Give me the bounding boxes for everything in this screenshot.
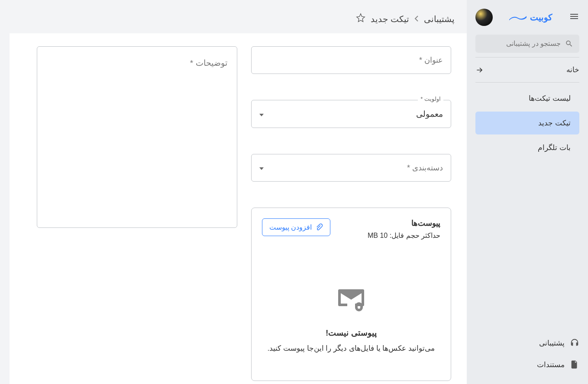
sidebar-header: کوبیت — [467, 9, 588, 35]
category-label: دسته‌بندی * — [407, 163, 443, 173]
priority-label: اولویت * — [418, 96, 443, 102]
breadcrumb-current: تیکت جدید — [371, 14, 409, 24]
add-attachment-button[interactable]: افزودن پیوست — [262, 218, 330, 236]
search-icon — [565, 39, 573, 48]
avatar[interactable] — [475, 9, 493, 26]
attachments-empty-title: پیوستی نیست! — [262, 328, 440, 338]
document-icon — [570, 360, 579, 369]
arrow-left-icon — [475, 66, 484, 74]
mail-attach-icon — [336, 283, 367, 314]
search-input[interactable] — [481, 40, 561, 48]
form-right-column: عنوان * اولویت * معمولی دسته‌بندی * — [251, 46, 451, 381]
paperclip-icon — [315, 224, 323, 231]
chevron-down-icon — [259, 163, 264, 172]
nav-item-tickets[interactable]: لیست تیکت‌ها — [475, 87, 579, 110]
attachments-title: پیوست‌ها — [368, 218, 440, 228]
attachments-header: پیوست‌ها حداکثر حجم فایل: 10 MB افزودن پ… — [262, 218, 440, 240]
breadcrumb: پشتیبانی تیکت جدید — [0, 0, 467, 33]
title-label: عنوان * — [419, 55, 443, 65]
star-icon[interactable] — [356, 13, 365, 25]
description-label: توضیحات * — [190, 58, 227, 67]
nav-home-label: خانه — [566, 65, 579, 74]
sidebar-footer: پشتیبانی مستندات — [467, 332, 588, 375]
footer-docs[interactable]: مستندات — [475, 354, 579, 375]
attachments-empty[interactable]: پیوستی نیست! می‌توانید عکس‌ها یا فایل‌ها… — [262, 240, 440, 370]
priority-value: معمولی — [416, 109, 443, 119]
main: پشتیبانی تیکت جدید عنوان * اولویت * — [0, 0, 467, 384]
headset-icon — [570, 338, 579, 348]
title-field[interactable]: عنوان * — [251, 46, 451, 74]
brand-text: کوبیت — [530, 12, 552, 22]
footer-docs-label: مستندات — [537, 360, 565, 369]
attachments-box: پیوست‌ها حداکثر حجم فایل: 10 MB افزودن پ… — [251, 208, 451, 381]
description-field[interactable]: توضیحات * — [37, 46, 237, 228]
nav-item-telegram-bot[interactable]: بات تلگرام — [475, 136, 579, 159]
menu-icon[interactable] — [569, 11, 579, 23]
attachments-max-size: حداکثر حجم فایل: 10 MB — [368, 231, 440, 240]
chevron-down-icon — [259, 110, 264, 118]
attachments-empty-sub: می‌توانید عکس‌ها یا فایل‌های دیگر را این… — [262, 344, 440, 353]
sidebar: کوبیت خانه لیست تیکت‌ها تیکت جدید بات تل… — [467, 0, 588, 384]
search-box[interactable] — [475, 35, 579, 53]
form-left-column: توضیحات * — [37, 46, 237, 381]
footer-support-label: پشتیبانی — [539, 339, 565, 348]
add-attachment-label: افزودن پیوست — [269, 223, 312, 231]
brand[interactable]: کوبیت — [509, 12, 552, 22]
nav-item-new-ticket[interactable]: تیکت جدید — [475, 112, 579, 134]
priority-field[interactable]: اولویت * معمولی — [251, 100, 451, 128]
chevron-left-icon — [414, 14, 419, 24]
form-content: عنوان * اولویت * معمولی دسته‌بندی * — [10, 33, 467, 384]
brand-logo-icon — [509, 14, 527, 20]
nav-home[interactable]: خانه — [467, 58, 588, 82]
nav-list: لیست تیکت‌ها تیکت جدید بات تلگرام — [467, 83, 588, 165]
category-field[interactable]: دسته‌بندی * — [251, 154, 451, 182]
breadcrumb-root[interactable]: پشتیبانی — [424, 14, 455, 24]
footer-support[interactable]: پشتیبانی — [475, 332, 579, 354]
